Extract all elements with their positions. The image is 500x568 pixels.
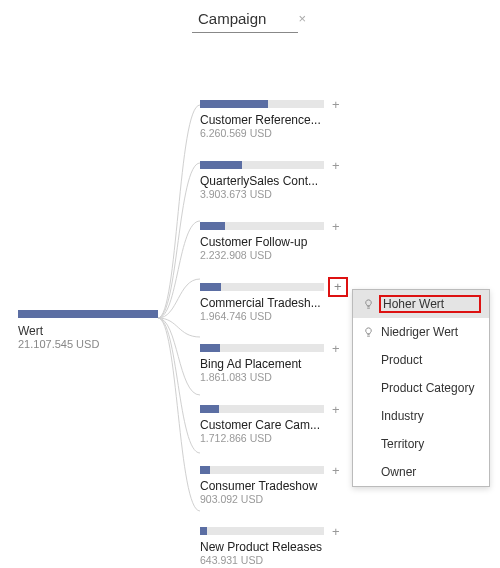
campaign-node[interactable]: +New Product Releases643.931 USD — [200, 527, 350, 566]
campaign-nodes: +Customer Reference...6.260.569 USD+Quar… — [200, 100, 350, 568]
campaign-value: 6.260.569 USD — [200, 127, 350, 139]
campaign-node[interactable]: +Customer Reference...6.260.569 USD — [200, 100, 350, 139]
campaign-label: Customer Reference... — [200, 113, 340, 127]
header-underline — [192, 32, 298, 33]
bar-track — [200, 405, 324, 413]
tree-root[interactable]: Wert 21.107.545 USD — [18, 310, 158, 350]
campaign-value: 1.712.866 USD — [200, 432, 350, 444]
menu-item-label: Product — [381, 353, 479, 367]
header: Campaign × — [198, 10, 306, 27]
campaign-label: New Product Releases — [200, 540, 340, 554]
lightbulb-icon — [361, 297, 375, 311]
expand-icon[interactable]: + — [332, 341, 340, 356]
campaign-node[interactable]: +Consumer Tradeshow903.092 USD — [200, 466, 350, 505]
menu-item-label: Industry — [381, 409, 479, 423]
menu-item[interactable]: Hoher Wert — [353, 290, 489, 318]
campaign-value: 903.092 USD — [200, 493, 350, 505]
campaign-value: 2.232.908 USD — [200, 249, 350, 261]
bar-fill — [200, 161, 242, 169]
expand-icon[interactable]: + — [332, 158, 340, 173]
menu-item[interactable]: Territory — [353, 430, 489, 458]
bar-fill — [200, 527, 207, 535]
bar-track — [200, 161, 324, 169]
campaign-value: 643.931 USD — [200, 554, 350, 566]
campaign-node[interactable]: +Customer Care Cam...1.712.866 USD — [200, 405, 350, 444]
close-icon[interactable]: × — [298, 11, 306, 26]
expand-icon[interactable]: + — [332, 402, 340, 417]
campaign-node[interactable]: +QuarterlySales Cont...3.903.673 USD — [200, 161, 350, 200]
lightbulb-icon — [361, 325, 375, 339]
tree-connector-lines — [158, 100, 200, 560]
menu-item[interactable]: Product — [353, 346, 489, 374]
menu-item[interactable]: Product Category — [353, 374, 489, 402]
menu-item[interactable]: Industry — [353, 402, 489, 430]
expand-icon[interactable]: + — [332, 524, 340, 539]
menu-item-label: Owner — [381, 465, 479, 479]
menu-item[interactable]: Niedriger Wert — [353, 318, 489, 346]
bar-fill — [200, 283, 221, 291]
bar-fill — [200, 405, 219, 413]
menu-item-label: Territory — [381, 437, 479, 451]
bar-fill — [200, 222, 225, 230]
expand-icon[interactable]: + — [332, 219, 340, 234]
campaign-label: QuarterlySales Cont... — [200, 174, 340, 188]
root-bar — [18, 310, 158, 318]
campaign-value: 3.903.673 USD — [200, 188, 350, 200]
page-title: Campaign — [198, 10, 266, 27]
bar-track — [200, 100, 324, 108]
expand-icon[interactable]: + — [328, 277, 348, 297]
context-menu: Hoher WertNiedriger WertProductProduct C… — [352, 289, 490, 487]
campaign-label: Customer Care Cam... — [200, 418, 340, 432]
expand-icon[interactable]: + — [332, 97, 340, 112]
campaign-label: Bing Ad Placement — [200, 357, 340, 371]
bar-track — [200, 283, 324, 291]
campaign-node[interactable]: +Bing Ad Placement1.861.083 USD — [200, 344, 350, 383]
campaign-node[interactable]: +Commercial Tradesh...1.964.746 USD — [200, 283, 350, 322]
campaign-value: 1.964.746 USD — [200, 310, 350, 322]
menu-item-label: Hoher Wert — [381, 297, 479, 311]
campaign-label: Consumer Tradeshow — [200, 479, 340, 493]
menu-item-label: Niedriger Wert — [381, 325, 479, 339]
bar-fill — [200, 100, 268, 108]
campaign-label: Customer Follow-up — [200, 235, 340, 249]
campaign-value: 1.861.083 USD — [200, 371, 350, 383]
menu-item-label: Product Category — [381, 381, 479, 395]
bar-track — [200, 527, 324, 535]
campaign-label: Commercial Tradesh... — [200, 296, 340, 310]
root-value: 21.107.545 USD — [18, 338, 158, 350]
root-label: Wert — [18, 324, 158, 338]
bar-track — [200, 344, 324, 352]
menu-item[interactable]: Owner — [353, 458, 489, 486]
campaign-node[interactable]: +Customer Follow-up2.232.908 USD — [200, 222, 350, 261]
bar-fill — [200, 344, 220, 352]
bar-fill — [200, 466, 210, 474]
bar-track — [200, 222, 324, 230]
bar-track — [200, 466, 324, 474]
expand-icon[interactable]: + — [332, 463, 340, 478]
